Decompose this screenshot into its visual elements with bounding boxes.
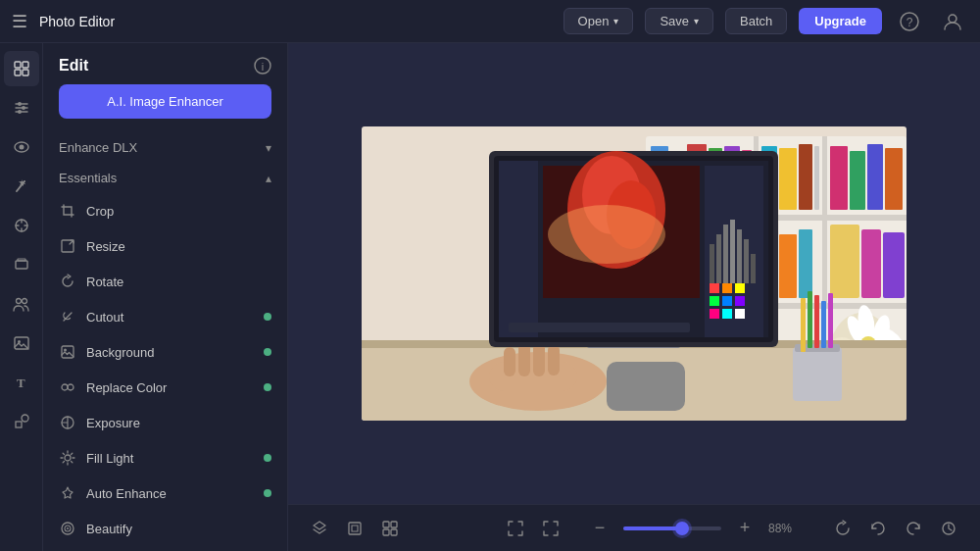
auto-enhance-label: Auto Enhance: [86, 486, 254, 501]
essentials-header[interactable]: Essentials ▴: [43, 163, 287, 193]
grid-button[interactable]: [374, 513, 406, 544]
menu-item-cutout[interactable]: Cutout: [43, 299, 287, 334]
exposure-icon: [59, 414, 76, 431]
svg-rect-125: [722, 309, 732, 319]
sidebar-item-eye[interactable]: [4, 129, 39, 165]
crop-label: Crop: [86, 204, 271, 219]
zoom-in-button[interactable]: +: [729, 513, 760, 544]
svg-rect-96: [828, 293, 833, 348]
app-title: Photo Editor: [39, 14, 115, 29]
svg-rect-127: [509, 323, 690, 332]
menu-item-rotate[interactable]: Rotate: [43, 264, 287, 299]
rotate-icon: [59, 273, 76, 290]
resize-icon: [59, 237, 76, 255]
canvas-area: − + 88%: [288, 43, 980, 551]
menu-icon[interactable]: ☰: [12, 11, 27, 32]
svg-rect-71: [883, 232, 905, 298]
topbar: ☰ Photo Editor Open ▾ Save ▾ Batch Upgra…: [0, 0, 980, 43]
undo-button[interactable]: [862, 513, 894, 544]
enhance-dlx-chevron: ▾: [266, 141, 271, 155]
help-button[interactable]: ?: [894, 8, 925, 35]
sidebar-item-paint[interactable]: [4, 208, 39, 243]
icon-sidebar: T: [0, 43, 43, 551]
zoom-slider[interactable]: [623, 526, 721, 530]
history-button[interactable]: [933, 513, 964, 544]
fit-tools: [500, 513, 566, 544]
edit-header: Edit i: [43, 43, 287, 84]
svg-rect-54: [799, 144, 812, 210]
menu-item-resize[interactable]: Resize: [43, 228, 287, 264]
svg-rect-126: [735, 309, 745, 319]
sidebar-item-text[interactable]: T: [4, 365, 39, 400]
sidebar-item-image[interactable]: [4, 326, 39, 361]
svg-text:?: ?: [906, 16, 913, 29]
menu-item-auto-enhance[interactable]: Auto Enhance: [43, 476, 287, 511]
svg-rect-112: [716, 234, 721, 283]
svg-rect-118: [710, 283, 719, 293]
svg-point-21: [18, 340, 21, 343]
batch-button[interactable]: Batch: [725, 8, 787, 34]
menu-item-exposure[interactable]: Exposure: [43, 405, 287, 440]
fit-button[interactable]: [500, 513, 531, 544]
svg-rect-121: [710, 296, 719, 306]
svg-rect-69: [830, 225, 859, 298]
sidebar-item-layers[interactable]: [4, 247, 39, 282]
user-button[interactable]: [937, 8, 968, 35]
svg-rect-88: [533, 342, 545, 376]
svg-rect-16: [16, 261, 27, 269]
resize-label: Resize: [86, 239, 271, 254]
menu-item-beautify[interactable]: Beautify: [43, 511, 287, 546]
svg-rect-90: [793, 347, 842, 401]
zoom-out-button[interactable]: −: [584, 513, 615, 544]
save-button[interactable]: Save ▾: [645, 8, 713, 34]
svg-rect-114: [730, 220, 735, 283]
sidebar-item-profile[interactable]: [4, 51, 39, 86]
svg-rect-120: [735, 283, 745, 293]
svg-point-14: [19, 145, 24, 150]
canvas-main[interactable]: [288, 43, 980, 504]
svg-rect-23: [16, 422, 22, 427]
svg-rect-132: [391, 529, 397, 535]
ai-enhancer-button[interactable]: A.I. Image Enhancer: [59, 84, 271, 119]
layers-button[interactable]: [304, 513, 335, 544]
sidebar-item-magic[interactable]: [4, 169, 39, 204]
enhance-dlx-header[interactable]: Enhance DLX ▾: [43, 132, 287, 163]
menu-item-replace-color[interactable]: Replace Color: [43, 370, 287, 405]
frame-button[interactable]: [339, 513, 370, 544]
svg-rect-68: [799, 229, 812, 298]
svg-point-18: [16, 299, 21, 304]
fill-light-label: Fill Light: [86, 451, 254, 466]
zoom-thumb[interactable]: [675, 522, 689, 535]
edit-info-icon[interactable]: i: [254, 57, 271, 75]
sidebar-item-people[interactable]: [4, 286, 39, 322]
menu-item-color[interactable]: Color: [43, 546, 287, 551]
redo-button[interactable]: [898, 513, 929, 544]
svg-point-12: [18, 110, 22, 114]
upgrade-button[interactable]: Upgrade: [799, 8, 882, 34]
edit-panel: Edit i A.I. Image Enhancer Enhance DLX ▾…: [43, 43, 288, 551]
svg-rect-56: [830, 146, 848, 210]
replace-color-label: Replace Color: [86, 380, 254, 395]
svg-rect-58: [867, 144, 883, 210]
svg-point-19: [22, 299, 26, 304]
bottom-toolbar: − + 88%: [288, 504, 980, 551]
svg-point-11: [22, 106, 25, 110]
rotate-label: Rotate: [86, 275, 271, 289]
layer-tools: [304, 513, 406, 544]
essentials-label: Essentials: [59, 171, 117, 185]
svg-rect-89: [548, 344, 560, 376]
fit2-button[interactable]: [535, 513, 566, 544]
svg-point-10: [18, 102, 22, 106]
sidebar-item-shape[interactable]: [4, 404, 39, 439]
open-button[interactable]: Open ▾: [564, 8, 634, 34]
menu-item-fill-light[interactable]: Fill Light: [43, 440, 287, 476]
menu-item-crop[interactable]: Crop: [43, 193, 287, 228]
beautify-label: Beautify: [86, 522, 271, 536]
sidebar-item-adjust[interactable]: [4, 90, 39, 125]
svg-rect-129: [383, 522, 389, 527]
refresh-button[interactable]: [827, 513, 858, 544]
menu-item-background[interactable]: Background: [43, 334, 287, 370]
svg-point-30: [62, 384, 68, 390]
svg-rect-92: [801, 298, 806, 352]
fill-light-dot: [264, 454, 271, 462]
